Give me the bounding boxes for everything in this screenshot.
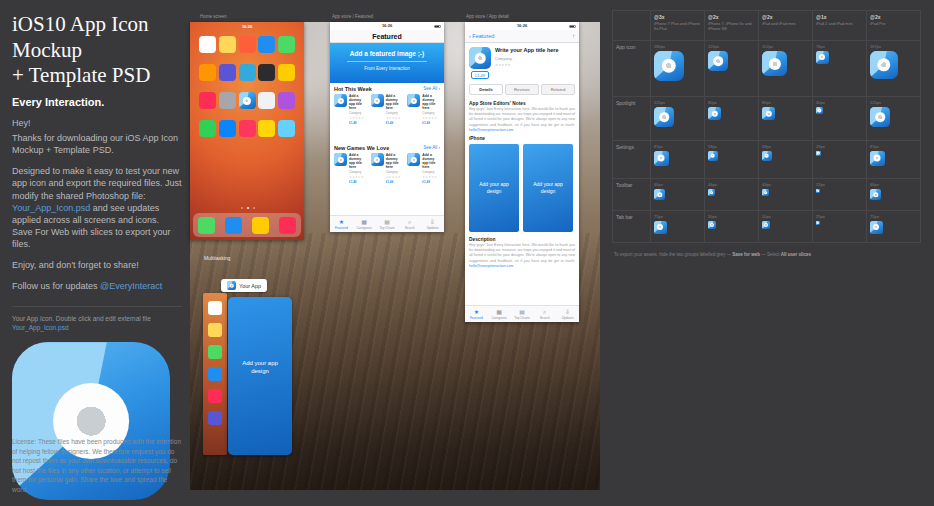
sidebar: iOS10 App IconMockup+ Template PSD Every… <box>12 12 182 494</box>
tab-updates[interactable]: ⇩Updates <box>421 216 444 232</box>
email-link[interactable]: hello@everyinteraction.com <box>469 128 513 132</box>
app-icon[interactable] <box>239 36 256 53</box>
card-price[interactable]: £1.49 <box>386 180 404 184</box>
app-icon[interactable] <box>239 64 256 81</box>
tab-featured[interactable]: ★Featured <box>465 306 488 322</box>
app-icon <box>208 323 222 337</box>
app-icon[interactable] <box>219 92 236 109</box>
tab-categories[interactable]: ▦Categories <box>353 216 376 232</box>
size-cell: 75px <box>867 211 921 243</box>
placeholder-app-icon <box>407 94 420 107</box>
tab-featured[interactable]: ★Featured <box>330 216 353 232</box>
featured-banner[interactable]: Add a featured image ;-) From Every Inte… <box>330 43 444 83</box>
app-icon[interactable] <box>219 64 236 81</box>
scale-label: @2x <box>870 14 917 20</box>
card-price[interactable]: £1.49 <box>349 180 367 184</box>
placeholder-app-icon <box>870 189 881 200</box>
multitasking-app-card[interactable]: Add your app design <box>228 297 292 455</box>
scale-label: @1x <box>816 14 863 20</box>
icon-caption-text: Your App Icon. Double click and edit ext… <box>12 315 151 322</box>
app-icon[interactable] <box>239 120 256 137</box>
see-all-link[interactable]: See All › <box>423 145 440 150</box>
star-icon: ★ <box>474 309 479 315</box>
app-icon[interactable] <box>219 36 236 53</box>
placeholder-app-icon <box>654 221 667 234</box>
tab-top-charts[interactable]: ▤Top Charts <box>376 216 399 232</box>
app-card[interactable]: Add a dummy app title hereCategory★★★★★£… <box>407 153 440 201</box>
size-label: 22px <box>816 182 863 187</box>
grid-column-header: @2xiPad Pro <box>867 11 921 41</box>
dock-app-icon[interactable] <box>279 217 296 234</box>
card-price[interactable]: £1.49 <box>422 180 440 184</box>
chart-icon: ▤ <box>384 219 390 225</box>
card-stars: ★★★★★ <box>386 175 404 179</box>
segment-reviews[interactable]: Reviews <box>505 84 539 95</box>
email-link[interactable]: hello@everyinteraction.com <box>469 264 513 268</box>
app-card[interactable]: Add a dummy app title hereCategory★★★★★£… <box>407 94 440 142</box>
devices-label: iPhone 7, iPhone 6s and iPhone SE <box>708 21 755 31</box>
size-label: 40px <box>816 100 863 105</box>
size-label: 87px <box>870 144 917 149</box>
screenshot-row: Add your app design Add your app design <box>465 142 579 234</box>
tab-search[interactable]: ⌕Search <box>398 216 421 232</box>
scale-label: @2x <box>708 14 755 20</box>
app-icon[interactable] <box>199 36 216 53</box>
brand-name: Every Interaction. <box>12 96 182 108</box>
app-card[interactable]: Add a dummy app title hereCategory★★★★★£… <box>371 94 404 142</box>
segment-details[interactable]: Details <box>469 84 503 95</box>
dock-app-icon[interactable] <box>225 217 242 234</box>
enjoy-text: Enjoy, and don't forget to share! <box>12 259 182 271</box>
caption-multitasking: Multitasking <box>204 255 230 261</box>
app-icon[interactable] <box>278 36 295 53</box>
row-label: Tab bar <box>613 211 651 243</box>
size-cell: 152px <box>759 41 813 97</box>
app-icon[interactable] <box>278 64 295 81</box>
tab-top-charts[interactable]: ▤Top Charts <box>511 306 534 322</box>
size-cell: 66px <box>651 179 705 211</box>
app-icon[interactable] <box>199 120 216 137</box>
placeholder-app-icon[interactable] <box>239 92 256 109</box>
card-title: Add a dummy app title here <box>349 94 367 110</box>
back-button[interactable]: ‹ Featured <box>469 33 494 39</box>
caption-home-screen: Home screen <box>200 14 227 19</box>
section-title: New Games We Love <box>334 145 389 151</box>
app-icon[interactable] <box>258 36 275 53</box>
tab-categories[interactable]: ▦Categories <box>488 306 511 322</box>
segment-related[interactable]: Related <box>541 84 575 95</box>
app-card[interactable]: Add a dummy app title hereCategory★★★★★£… <box>334 94 367 142</box>
app-icon[interactable] <box>278 92 295 109</box>
app-icon[interactable] <box>199 64 216 81</box>
app-icon[interactable] <box>258 64 275 81</box>
card-title: Add a dummy app title here <box>422 153 440 169</box>
home-screen-mockup: 16:26 <box>190 22 304 240</box>
share-icon[interactable]: ↑ <box>572 33 575 39</box>
grid-icon: ▦ <box>496 309 502 315</box>
card-price[interactable]: £1.49 <box>349 121 367 125</box>
dock-app-icon[interactable] <box>252 217 269 234</box>
see-all-link[interactable]: See All › <box>423 86 440 91</box>
card-price[interactable]: £1.49 <box>422 121 440 125</box>
card-category: Category <box>386 111 404 115</box>
tab-search[interactable]: ⌕Search <box>533 306 556 322</box>
app-card[interactable]: Add a dummy app title hereCategory★★★★★£… <box>371 153 404 201</box>
psd-file-link[interactable]: Your_App_Icon.psd <box>12 324 69 331</box>
size-cell: 120px <box>867 97 921 141</box>
tab-updates[interactable]: ⇩Updates <box>556 306 579 322</box>
app-icon[interactable] <box>199 92 216 109</box>
card-price[interactable]: £1.49 <box>386 121 404 125</box>
dock-app-icon[interactable] <box>198 217 215 234</box>
app-card[interactable]: Add a dummy app title hereCategory★★★★★£… <box>334 153 367 201</box>
section-title: Hot This Week <box>334 86 372 92</box>
screenshot-placeholder: Add your app design <box>523 144 573 232</box>
psd-file-link[interactable]: Your_App_Icon.psd <box>12 203 90 213</box>
size-cell: 22px <box>813 179 867 211</box>
app-icon[interactable] <box>278 120 295 137</box>
placeholder-app-icon <box>708 151 718 161</box>
app-icon[interactable] <box>258 120 275 137</box>
price-button[interactable]: £1.49 <box>471 71 489 79</box>
app-icon[interactable] <box>219 120 236 137</box>
all-user-slices-label: All user slices <box>781 252 811 257</box>
twitter-handle-link[interactable]: @EveryInteract <box>100 281 162 291</box>
app-icon[interactable] <box>258 92 275 109</box>
scale-label: @3x <box>654 14 701 20</box>
